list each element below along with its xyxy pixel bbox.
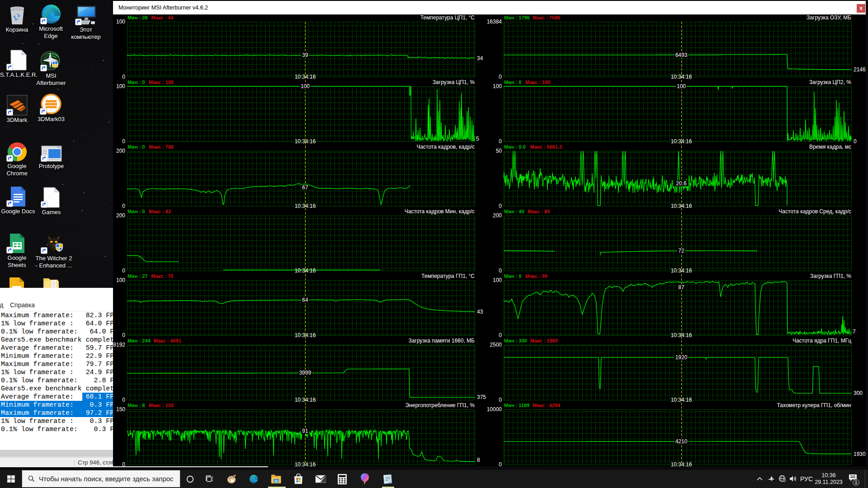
svg-text:10:34:16: 10:34:16 [671, 461, 692, 466]
svg-text:1930: 1930 [854, 451, 866, 457]
svg-text:8: 8 [477, 457, 480, 463]
svg-text:10:34:16: 10:34:16 [295, 397, 316, 403]
svg-text:4210: 4210 [675, 438, 688, 445]
svg-text:16384: 16384 [487, 19, 502, 25]
svg-text:Мин : 0: Мин : 0 [127, 209, 145, 214]
svg-text:8192: 8192 [113, 342, 125, 348]
svg-text:Макс : 100: Макс : 100 [149, 80, 174, 85]
svg-text:2500: 2500 [490, 342, 502, 348]
svg-text:Мин : 0: Мин : 0 [127, 80, 145, 85]
svg-text:0: 0 [499, 267, 502, 274]
svg-text:Частота ядра ГП1, МГц: Частота ядра ГП1, МГц [793, 338, 851, 344]
svg-text:39: 39 [302, 52, 308, 58]
svg-text:Мин : 0: Мин : 0 [504, 273, 521, 279]
svg-text:0: 0 [499, 203, 502, 209]
svg-text:Температура ЦП1, °C: Температура ЦП1, °C [420, 14, 475, 21]
svg-text:0: 0 [122, 332, 125, 338]
svg-text:Загрузка ГП1, %: Загрузка ГП1, % [810, 273, 851, 279]
svg-text:0: 0 [122, 74, 125, 80]
svg-text:10:34:16: 10:34:16 [671, 138, 692, 145]
svg-text:200: 200 [116, 148, 125, 154]
svg-text:Загрузка памяти 1660, МБ: Загрузка памяти 1660, МБ [408, 338, 475, 344]
svg-text:Мин : 0: Мин : 0 [127, 144, 145, 150]
svg-text:50: 50 [496, 148, 502, 154]
svg-text:Макс : 7086: Макс : 7086 [533, 15, 560, 20]
svg-text:72: 72 [678, 248, 684, 254]
svg-text:Загрузка ОЗУ, МБ: Загрузка ОЗУ, МБ [807, 14, 851, 21]
svg-text:Энергопотребление ГП1, %: Энергопотребление ГП1, % [406, 402, 475, 408]
svg-text:5: 5 [476, 136, 479, 142]
svg-text:10:34:16: 10:34:16 [295, 461, 316, 466]
svg-text:10:34:16: 10:34:16 [671, 267, 692, 274]
svg-text:Температура ГП1, °C: Температура ГП1, °C [421, 273, 475, 279]
svg-text:2146: 2146 [854, 66, 866, 73]
svg-text:0: 0 [499, 138, 502, 145]
svg-text:100: 100 [116, 83, 125, 89]
svg-text:Загрузка ЦП2, %: Загрузка ЦП2, % [809, 79, 852, 85]
svg-text:0: 0 [122, 203, 125, 209]
svg-text:Мин : 0.0: Мин : 0.0 [504, 144, 526, 150]
svg-text:Макс : 4294: Макс : 4294 [533, 403, 561, 408]
svg-text:3999: 3999 [299, 370, 311, 376]
svg-text:375: 375 [477, 394, 486, 400]
svg-text:20.6: 20.6 [676, 180, 687, 187]
svg-text:0: 0 [122, 461, 125, 466]
svg-text:Мин : 1796: Мин : 1796 [504, 15, 530, 20]
svg-text:10:34:16: 10:34:16 [295, 267, 316, 274]
svg-text:0: 0 [499, 461, 502, 466]
svg-text:100: 100 [493, 83, 502, 89]
svg-text:Мин : 0: Мин : 0 [504, 80, 521, 85]
svg-text:200: 200 [493, 212, 502, 219]
svg-text:10:34:16: 10:34:16 [671, 203, 692, 209]
svg-text:10:34:16: 10:34:16 [295, 203, 316, 209]
svg-text:1920: 1920 [675, 354, 688, 361]
svg-text:0: 0 [854, 138, 857, 145]
svg-text:10:34:16: 10:34:16 [671, 74, 692, 80]
svg-text:34: 34 [477, 55, 483, 61]
svg-text:10:34:16: 10:34:16 [295, 138, 316, 145]
svg-text:Макс : 100: Макс : 100 [525, 80, 550, 85]
svg-text:Тахометр кулера ГП1, об/мин: Тахометр кулера ГП1, об/мин [777, 402, 851, 408]
svg-text:200: 200 [116, 212, 125, 219]
svg-text:87: 87 [678, 284, 684, 291]
svg-text:10:34:16: 10:34:16 [295, 332, 316, 338]
svg-text:6493: 6493 [675, 52, 688, 58]
svg-text:Макс : 44: Макс : 44 [151, 15, 174, 20]
svg-text:Макс : 99: Макс : 99 [525, 273, 547, 279]
svg-text:Макс : 103: Макс : 103 [149, 403, 174, 408]
svg-text:0: 0 [499, 397, 502, 403]
svg-text:Макс : 82: Макс : 82 [149, 209, 171, 214]
svg-text:0: 0 [122, 397, 125, 403]
svg-text:Макс : 70: Макс : 70 [151, 273, 173, 279]
svg-text:10:34:16: 10:34:16 [671, 332, 692, 338]
svg-text:Макс : 5661.3: Макс : 5661.3 [530, 144, 562, 150]
svg-text:Мин : 1189: Мин : 1189 [504, 403, 529, 408]
svg-text:Мин : 28: Мин : 28 [127, 15, 148, 20]
svg-text:Частота кадров Сред, кадр/с: Частота кадров Сред, кадр/с [778, 208, 851, 215]
svg-text:43: 43 [477, 309, 483, 315]
svg-text:7: 7 [853, 328, 856, 335]
svg-text:10:34:16: 10:34:16 [671, 397, 692, 403]
svg-text:10:34:16: 10:34:16 [295, 74, 316, 80]
svg-text:Макс : 1980: Макс : 1980 [530, 338, 558, 343]
svg-text:Частота кадров, кадр/с: Частота кадров, кадр/с [416, 144, 475, 150]
svg-text:100: 100 [677, 83, 686, 89]
svg-text:64: 64 [302, 297, 308, 303]
svg-text:Макс : 4591: Макс : 4591 [154, 338, 181, 343]
svg-text:0: 0 [499, 332, 502, 338]
svg-text:Макс : 85: Макс : 85 [528, 209, 550, 214]
svg-text:Время кадра, мс: Время кадра, мс [809, 144, 851, 150]
svg-text:0: 0 [122, 267, 125, 274]
svg-text:100: 100 [301, 83, 310, 89]
svg-text:Мин : 244: Мин : 244 [127, 338, 151, 343]
svg-text:Макс : 786: Макс : 786 [149, 144, 174, 150]
svg-text:Мин : 8: Мин : 8 [127, 403, 145, 408]
svg-text:Мин : 300: Мин : 300 [504, 338, 527, 343]
svg-text:Загрузка ЦП1, %: Загрузка ЦП1, % [433, 79, 475, 85]
svg-text:150: 150 [116, 406, 125, 413]
svg-text:100: 100 [493, 277, 502, 283]
svg-text:300: 300 [854, 390, 863, 396]
svg-text:Частота кадров Мин, кадр/с: Частота кадров Мин, кадр/с [405, 208, 475, 215]
svg-text:91: 91 [302, 428, 308, 434]
svg-text:100: 100 [116, 277, 125, 283]
